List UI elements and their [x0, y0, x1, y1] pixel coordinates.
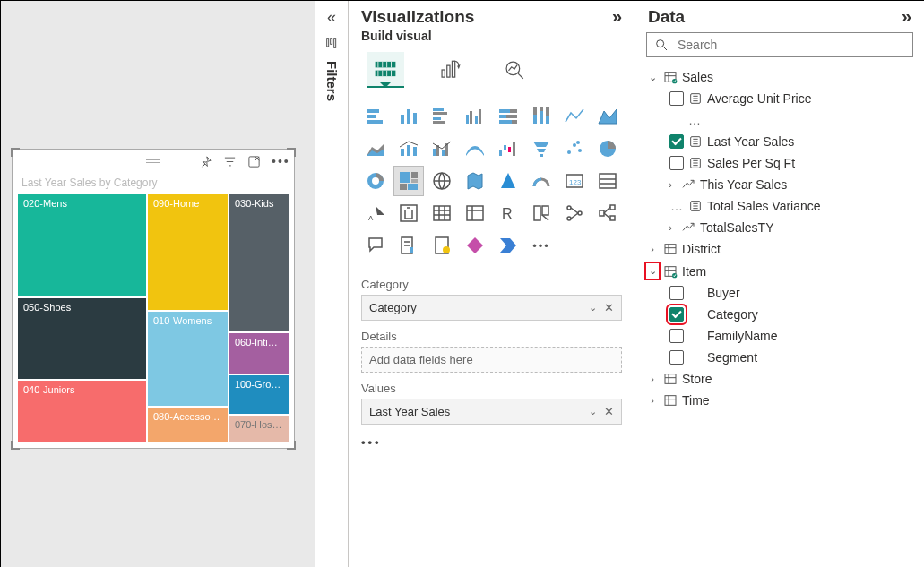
viz-100-stacked-bar[interactable] [494, 102, 522, 131]
viz-multirow-card[interactable] [593, 167, 622, 195]
remove-field-icon[interactable]: ✕ [604, 301, 614, 314]
build-visual-tab[interactable] [367, 52, 404, 88]
checkbox-checked[interactable] [669, 134, 684, 149]
drag-handle-icon[interactable] [144, 159, 162, 163]
collapse-data-icon[interactable]: » [902, 6, 911, 27]
table-district[interactable]: › District [643, 238, 917, 260]
more-options-icon[interactable]: ••• [349, 428, 635, 456]
viz-clustered-column[interactable] [461, 102, 489, 131]
field-total-sales-variance[interactable]: … Total Sales Variance [643, 195, 917, 217]
viz-kpi[interactable]: A [361, 199, 390, 228]
treemap-cell[interactable]: 050-Shoes [18, 298, 146, 379]
report-canvas[interactable]: ••• Last Year Sales by Category 020-Mens… [1, 1, 315, 567]
viz-smart-narrative[interactable] [394, 231, 423, 260]
caret-right-icon[interactable]: › [664, 179, 677, 190]
viz-stacked-column[interactable] [394, 102, 423, 131]
treemap-cell[interactable]: 090-Home [148, 194, 228, 310]
viz-100-stacked-column[interactable] [527, 102, 556, 131]
treemap-cell[interactable]: 020-Mens [18, 194, 146, 296]
format-visual-tab[interactable] [431, 52, 469, 88]
viz-decomposition-tree[interactable] [593, 199, 622, 228]
filter-icon[interactable] [223, 155, 237, 168]
checkbox[interactable] [669, 156, 684, 170]
field-average-unit-price[interactable]: Average Unit Price [643, 88, 917, 109]
viz-treemap[interactable] [394, 167, 423, 195]
caret-right-icon[interactable]: › [664, 222, 677, 233]
viz-funnel[interactable] [527, 134, 556, 163]
treemap-cell[interactable]: 070-Hosiery [229, 416, 289, 442]
chevron-down-icon[interactable]: ⌄ [589, 302, 597, 314]
viz-qa[interactable] [361, 231, 390, 260]
checkbox[interactable] [669, 329, 684, 343]
table-store[interactable]: › Store [643, 368, 917, 390]
viz-r[interactable]: R [494, 199, 522, 228]
more-fields[interactable]: … [643, 109, 917, 131]
table-sales[interactable]: ⌄ Sales [643, 66, 917, 88]
viz-map[interactable] [427, 167, 456, 195]
well-values[interactable]: Last Year Sales ⌄✕ [361, 399, 622, 425]
viz-python[interactable] [527, 199, 556, 228]
viz-donut[interactable] [361, 167, 390, 195]
viz-paginated-report[interactable] [427, 231, 456, 260]
viz-get-more[interactable]: ••• [527, 231, 556, 260]
viz-key-influencers[interactable] [560, 199, 589, 228]
viz-area[interactable] [593, 102, 622, 131]
treemap-cell[interactable]: 010-Womens [148, 312, 228, 406]
viz-matrix[interactable] [461, 199, 489, 228]
chevron-down-icon[interactable]: ⌄ [589, 406, 597, 417]
viz-scatter[interactable] [560, 134, 589, 163]
table-item[interactable]: ⌄ Item [643, 260, 917, 282]
more-options-icon[interactable]: ••• [272, 155, 285, 168]
field-this-year-sales[interactable]: › This Year Sales [643, 174, 917, 195]
field-buyer[interactable]: Buyer [643, 282, 917, 304]
checkbox[interactable] [669, 350, 684, 365]
caret-right-icon[interactable]: › [646, 374, 659, 384]
viz-waterfall[interactable] [494, 134, 522, 163]
table-time[interactable]: › Time [643, 390, 917, 411]
field-sales-per-sqft[interactable]: Sales Per Sq Ft [643, 152, 917, 174]
well-category[interactable]: Category ⌄✕ [361, 295, 622, 321]
well-details[interactable]: Add data fields here [361, 347, 622, 373]
viz-pie[interactable] [593, 134, 622, 163]
viz-stacked-area[interactable] [361, 134, 390, 163]
caret-right-icon[interactable]: › [646, 244, 659, 254]
caret-right-icon[interactable]: › [646, 395, 659, 406]
treemap-cell[interactable]: 100-Groceries [229, 375, 289, 414]
viz-ribbon[interactable] [461, 134, 489, 163]
filters-pane-collapsed[interactable]: « Filters [315, 1, 349, 567]
treemap-cell[interactable]: 030-Kids [229, 194, 289, 331]
collapse-viz-icon[interactable]: » [612, 6, 622, 27]
viz-stacked-bar[interactable] [361, 102, 390, 131]
caret-down-icon[interactable]: ⌄ [646, 263, 659, 279]
viz-card[interactable]: 123 [560, 167, 589, 195]
viz-filled-map[interactable] [461, 167, 489, 195]
viz-slicer[interactable] [394, 199, 423, 228]
field-segment[interactable]: Segment [643, 347, 917, 368]
search-box[interactable] [646, 32, 913, 57]
treemap-cell[interactable]: 040-Juniors [18, 381, 146, 442]
viz-power-apps[interactable] [461, 231, 489, 260]
field-category[interactable]: Category [643, 304, 917, 325]
focus-mode-icon[interactable] [247, 155, 261, 168]
checkbox-checked[interactable] [669, 307, 684, 322]
viz-table[interactable] [427, 199, 456, 228]
expand-filters-icon[interactable]: « [327, 8, 336, 27]
viz-clustered-bar[interactable] [427, 102, 456, 131]
remove-field-icon[interactable]: ✕ [604, 405, 614, 418]
checkbox[interactable] [669, 286, 684, 300]
pin-icon[interactable] [199, 155, 212, 168]
analytics-tab[interactable] [496, 52, 533, 88]
treemap-cell[interactable]: 060-Intimate [229, 333, 289, 374]
caret-down-icon[interactable]: ⌄ [646, 72, 659, 83]
viz-line[interactable] [560, 102, 589, 131]
viz-azure-map[interactable] [494, 167, 522, 195]
viz-power-automate[interactable] [494, 231, 522, 260]
field-last-year-sales[interactable]: Last Year Sales [643, 131, 917, 152]
search-input[interactable] [676, 37, 905, 53]
treemap-cell[interactable]: 080-Accessories [148, 408, 228, 442]
viz-gauge[interactable] [527, 167, 556, 195]
treemap-visual[interactable]: ••• Last Year Sales by Category 020-Mens… [12, 149, 295, 449]
viz-line-stacked-column[interactable] [394, 134, 423, 163]
checkbox[interactable] [669, 91, 684, 106]
field-total-sales-ty[interactable]: › TotalSalesTY [643, 217, 917, 238]
